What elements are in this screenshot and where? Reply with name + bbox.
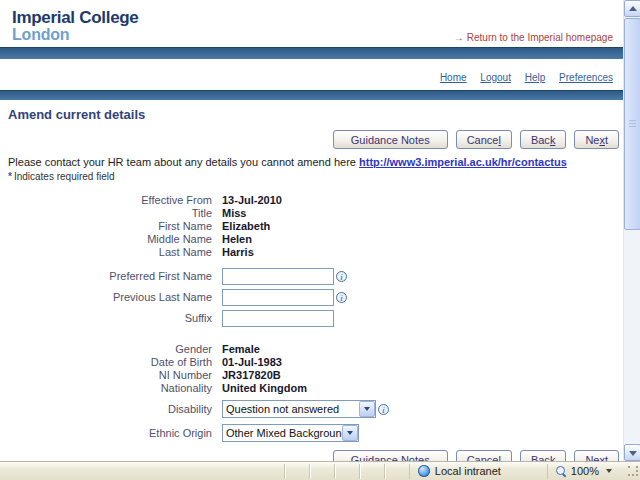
form-row-gender: Gender Female xyxy=(0,343,623,356)
section-divider-bar xyxy=(0,90,623,100)
field-label: Nationality xyxy=(0,382,212,395)
form-row-title: Title Miss xyxy=(0,207,623,220)
field-control: i xyxy=(222,268,347,285)
field-label: Effective From xyxy=(0,194,212,207)
field-label: Last Name xyxy=(0,246,212,259)
spacer xyxy=(0,329,623,343)
suffix-input[interactable] xyxy=(222,310,334,327)
header-divider-bar xyxy=(0,47,623,59)
up-arrow-icon xyxy=(629,6,637,11)
resize-grip[interactable] xyxy=(626,463,640,480)
zoom-level: 100% xyxy=(571,465,599,477)
form-row-ethnic-origin: Ethnic Origin Other Mixed Background xyxy=(0,423,623,443)
info-icon[interactable]: i xyxy=(378,404,389,415)
field-label: Title xyxy=(0,207,212,220)
form-row-last-name: Last Name Harris xyxy=(0,246,623,259)
page-title: Amend current details xyxy=(8,107,623,122)
info-icon[interactable]: i xyxy=(336,292,347,303)
nationality-value: United Kingdom xyxy=(222,382,307,395)
scroll-down-button[interactable] xyxy=(624,444,640,461)
form-row-middle-name: Middle Name Helen xyxy=(0,233,623,246)
utility-nav: Home Logout Help Preferences xyxy=(0,59,623,90)
personal-details-form: Effective From 13-Jul-2010 Title Miss Fi… xyxy=(0,194,623,443)
scrollbar-thumb[interactable] xyxy=(624,18,640,230)
security-zone-label: Local intranet xyxy=(435,465,501,477)
form-row-ni-number: NI Number JR317820B xyxy=(0,369,623,382)
ni-number-value: JR317820B xyxy=(222,369,281,382)
field-control xyxy=(222,310,334,327)
dropdown-arrow-icon[interactable] xyxy=(342,425,358,441)
guidance-notes-button-top[interactable]: Guidance Notes xyxy=(333,130,448,149)
button-row-top: Guidance Notes Cancel Back Next xyxy=(0,130,619,149)
form-row-nationality: Nationality United Kingdom xyxy=(0,382,623,395)
field-label: First Name xyxy=(0,220,212,233)
field-label: Ethnic Origin xyxy=(0,427,212,440)
return-homepage-label: Return to the Imperial homepage xyxy=(467,32,613,43)
form-row-preferred-first-name: Preferred First Name i xyxy=(0,266,623,286)
field-control: Question not answered i xyxy=(222,400,389,418)
page-content: Imperial College London →Return to the I… xyxy=(0,0,623,461)
back-button-bottom[interactable]: Back xyxy=(520,450,566,461)
form-row-effective-from: Effective From 13-Jul-2010 xyxy=(0,194,623,207)
logo-line1: Imperial College xyxy=(12,9,623,27)
date-of-birth-value: 01-Jul-1983 xyxy=(222,356,282,369)
zoom-control[interactable]: 100% xyxy=(547,464,620,479)
form-row-first-name: First Name Elizabeth xyxy=(0,220,623,233)
nav-link-preferences[interactable]: Preferences xyxy=(559,72,613,83)
next-button-top[interactable]: Next xyxy=(574,130,619,149)
hr-contact-link[interactable]: http://www3.imperial.ac.uk/hr/contactus xyxy=(359,156,567,168)
required-text: Indicates required field xyxy=(14,171,115,182)
field-label: Gender xyxy=(0,343,212,356)
cancel-button-top[interactable]: Cancel xyxy=(456,130,512,149)
back-button-top[interactable]: Back xyxy=(520,130,566,149)
middle-name-value: Helen xyxy=(222,233,252,246)
next-button-bottom[interactable]: Next xyxy=(574,450,619,461)
first-name-value: Elizabeth xyxy=(222,220,270,233)
status-pane xyxy=(384,464,409,479)
field-label: Middle Name xyxy=(0,233,212,246)
status-pane xyxy=(309,464,334,479)
guidance-notes-button-bottom[interactable]: Guidance Notes xyxy=(333,450,448,461)
required-asterisk: * xyxy=(8,171,12,182)
field-label: Date of Birth xyxy=(0,356,212,369)
magnifier-icon xyxy=(556,466,567,477)
dropdown-arrow-icon[interactable] xyxy=(359,401,375,417)
return-homepage-link[interactable]: →Return to the Imperial homepage xyxy=(454,32,613,43)
nav-link-logout[interactable]: Logout xyxy=(480,72,511,83)
field-label: Suffix xyxy=(0,312,212,325)
security-zone-panel: Local intranet xyxy=(409,464,519,479)
field-label: Disability xyxy=(0,403,212,416)
masthead: Imperial College London →Return to the I… xyxy=(0,0,623,47)
scroll-up-button[interactable] xyxy=(624,0,640,17)
disability-select[interactable]: Question not answered xyxy=(222,400,376,418)
preferred-first-name-input[interactable] xyxy=(222,268,334,285)
ethnic-origin-selected-value: Other Mixed Background xyxy=(223,427,342,440)
status-pane xyxy=(284,464,309,479)
cancel-button-bottom[interactable]: Cancel xyxy=(456,450,512,461)
browser-viewport: Imperial College London →Return to the I… xyxy=(0,0,640,480)
status-bar: Local intranet 100% xyxy=(0,461,640,480)
previous-last-name-input[interactable] xyxy=(222,289,334,306)
form-row-previous-last-name: Previous Last Name i xyxy=(0,287,623,307)
button-row-bottom: Guidance Notes Cancel Back Next xyxy=(0,450,619,461)
info-icon[interactable]: i xyxy=(336,271,347,282)
hr-contact-text: Please contact your HR team about any de… xyxy=(8,156,359,168)
field-control: Other Mixed Background xyxy=(222,424,359,442)
spacer xyxy=(0,259,623,265)
effective-from-value: 13-Jul-2010 xyxy=(222,194,282,207)
field-label: Preferred First Name xyxy=(0,270,212,283)
disability-selected-value: Question not answered xyxy=(223,403,359,416)
form-row-date-of-birth: Date of Birth 01-Jul-1983 xyxy=(0,356,623,369)
vertical-scrollbar[interactable] xyxy=(623,0,640,461)
required-field-note: *Indicates required field xyxy=(8,171,623,182)
ethnic-origin-select[interactable]: Other Mixed Background xyxy=(222,424,359,442)
down-arrow-icon xyxy=(629,451,637,456)
nav-link-help[interactable]: Help xyxy=(525,72,546,83)
globe-icon xyxy=(418,465,430,477)
form-row-suffix: Suffix xyxy=(0,308,623,328)
title-value: Miss xyxy=(222,207,246,220)
zoom-caret-icon[interactable] xyxy=(606,469,612,473)
status-pane xyxy=(359,464,384,479)
status-pane xyxy=(334,464,359,479)
nav-link-home[interactable]: Home xyxy=(440,72,467,83)
